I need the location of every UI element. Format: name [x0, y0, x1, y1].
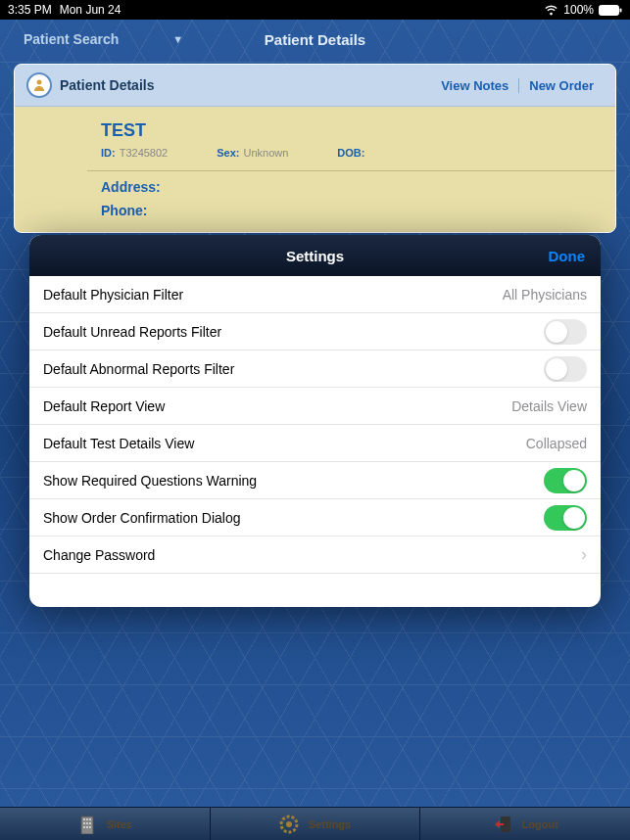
patient-search-dropdown[interactable]: Patient Search ▼ [24, 31, 183, 47]
status-bar: 3:35 PM Mon Jun 24 100% [0, 0, 630, 20]
setting-row[interactable]: Default Physician FilterAll Physicians [29, 276, 601, 313]
chevron-right-icon: › [581, 544, 587, 565]
setting-row[interactable]: Show Required Questions Warning [29, 462, 601, 499]
setting-label: Default Abnormal Reports Filter [43, 361, 544, 377]
svg-rect-1 [620, 8, 622, 12]
patient-name: TEST [101, 120, 602, 141]
status-time: 3:35 PM [8, 3, 52, 17]
setting-label: Show Order Confirmation Dialog [43, 510, 544, 526]
status-date: Mon Jun 24 [60, 3, 121, 17]
toggle-switch[interactable] [544, 505, 587, 531]
svg-rect-5 [86, 818, 88, 820]
wifi-icon [544, 5, 558, 16]
tab-settings[interactable]: Settings [211, 808, 421, 840]
setting-row[interactable]: Change Password› [29, 537, 601, 574]
page-title: Patient Details [265, 31, 365, 48]
setting-row[interactable]: Default Report ViewDetails View [29, 388, 601, 425]
modal-header: Settings Done [29, 235, 601, 276]
setting-value: All Physicians [503, 287, 587, 303]
logout-icon [493, 815, 512, 834]
nav-bar: Patient Search ▼ Patient Details [0, 20, 630, 59]
svg-rect-0 [600, 5, 619, 15]
patient-meta-row: ID:T3245802 Sex:Unknown DOB: [101, 147, 602, 159]
svg-rect-10 [83, 826, 85, 828]
toggle-switch[interactable] [544, 468, 587, 493]
toggle-switch[interactable] [544, 356, 587, 382]
tab-bar: Sites Settings Logout [0, 807, 630, 840]
svg-rect-11 [86, 826, 88, 828]
setting-label: Default Test Details View [43, 436, 526, 451]
tab-logout[interactable]: Logout [420, 808, 630, 840]
id-label: ID: [101, 147, 116, 159]
done-button[interactable]: Done [549, 248, 586, 264]
patient-details-card: Patient Details View Notes New Order TES… [14, 64, 616, 233]
svg-point-2 [37, 80, 42, 85]
divider [87, 170, 616, 171]
tab-label: Logout [522, 818, 558, 830]
svg-rect-7 [83, 822, 85, 824]
setting-label: Change Password [43, 547, 577, 563]
building-icon [77, 815, 97, 834]
setting-row[interactable]: Default Abnormal Reports Filter [29, 350, 601, 388]
tab-sites[interactable]: Sites [0, 808, 211, 840]
view-notes-button[interactable]: View Notes [431, 78, 518, 93]
setting-row[interactable]: Default Test Details ViewCollapsed [29, 425, 601, 462]
setting-row[interactable]: Show Order Confirmation Dialog [29, 499, 601, 537]
setting-label: Default Unread Reports Filter [43, 324, 544, 340]
dob-label: DOB: [337, 147, 364, 159]
svg-rect-9 [89, 822, 91, 824]
settings-modal: Settings Done Default Physician FilterAl… [29, 235, 601, 607]
setting-label: Show Required Questions Warning [43, 473, 544, 489]
sex-value: Unknown [243, 147, 288, 159]
gear-icon [279, 815, 299, 834]
chevron-down-icon: ▼ [172, 33, 183, 45]
tab-label: Settings [309, 818, 351, 830]
svg-rect-6 [89, 818, 91, 820]
setting-label: Default Report View [43, 398, 511, 414]
id-value: T3245802 [120, 147, 169, 159]
phone-label: Phone: [101, 203, 602, 218]
battery-icon [599, 5, 622, 16]
svg-rect-12 [89, 826, 91, 828]
tab-label: Sites [107, 818, 132, 830]
setting-value: Details View [511, 398, 587, 414]
toggle-switch[interactable] [544, 319, 587, 345]
svg-rect-8 [86, 822, 88, 824]
address-label: Address: [101, 179, 602, 195]
setting-label: Default Physician Filter [43, 287, 503, 303]
card-title: Patient Details [60, 77, 431, 93]
status-battery-pct: 100% [563, 3, 594, 17]
person-icon [26, 72, 52, 98]
sex-label: Sex: [217, 147, 239, 159]
dropdown-label: Patient Search [24, 31, 119, 47]
svg-point-14 [286, 821, 292, 827]
svg-rect-4 [83, 818, 85, 820]
modal-title: Settings [286, 248, 344, 264]
setting-value: Collapsed [526, 436, 587, 451]
setting-row[interactable]: Default Unread Reports Filter [29, 313, 601, 350]
new-order-button[interactable]: New Order [518, 78, 604, 93]
